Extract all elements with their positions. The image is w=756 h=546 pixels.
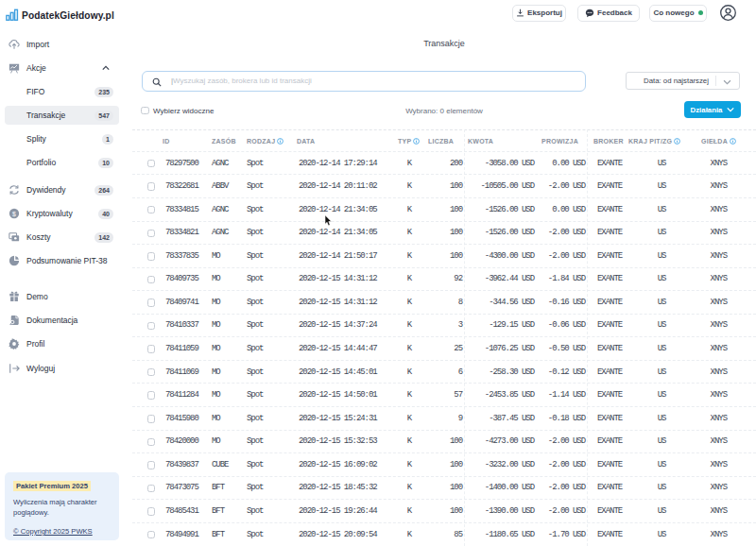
- svg-text:$: $: [12, 211, 16, 217]
